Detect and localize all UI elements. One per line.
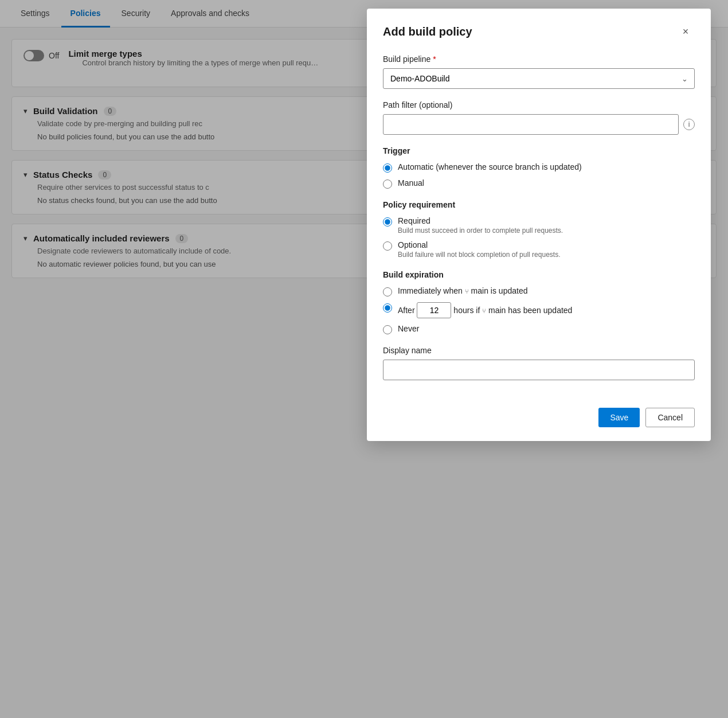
trigger-manual-option: Manual — [383, 178, 695, 189]
policy-optional-radio[interactable] — [383, 241, 392, 251]
policy-required-label[interactable]: Required — [398, 216, 563, 225]
dialog-title: Add build policy — [383, 25, 472, 38]
close-button[interactable]: × — [676, 22, 695, 41]
hours-input[interactable] — [417, 302, 451, 318]
path-filter-input-row: i — [383, 114, 695, 135]
expiration-after-option: After hours if ⑂ main has been updated — [383, 302, 695, 318]
expiration-immediately-label[interactable]: Immediately when ⑂ main is updated — [398, 286, 527, 295]
info-icon: i — [683, 119, 695, 130]
expiration-after-label[interactable]: After hours if ⑂ main has been updated — [398, 302, 572, 318]
branch-icon-1: ⑂ — [465, 288, 469, 295]
trigger-automatic-radio[interactable] — [383, 163, 392, 173]
branch-icon-2: ⑂ — [482, 307, 486, 314]
dialog-header: Add build policy × — [383, 22, 695, 41]
trigger-automatic-label[interactable]: Automatic (whenever the source branch is… — [398, 162, 582, 171]
policy-optional-label[interactable]: Optional — [398, 240, 560, 249]
trigger-automatic-option: Automatic (whenever the source branch is… — [383, 162, 695, 173]
expiration-never-label[interactable]: Never — [398, 324, 419, 333]
policy-optional-desc: Build failure will not block completion … — [398, 251, 560, 259]
cancel-button[interactable]: Cancel — [645, 408, 695, 427]
display-name-group: Display name — [383, 346, 695, 380]
build-pipeline-label: Build pipeline * — [383, 54, 695, 64]
trigger-manual-radio[interactable] — [383, 180, 392, 189]
path-filter-group: Path filter (optional) i — [383, 100, 695, 135]
trigger-manual-label[interactable]: Manual — [398, 178, 424, 188]
policy-req-radio-group: Required Build must succeed in order to … — [383, 216, 695, 259]
trigger-label: Trigger — [383, 146, 695, 155]
display-name-input[interactable] — [383, 360, 695, 380]
display-name-label: Display name — [383, 346, 695, 355]
policy-req-group: Policy requirement Required Build must s… — [383, 200, 695, 259]
dialog-footer: Save Cancel — [383, 399, 695, 427]
policy-optional-option: Optional Build failure will not block co… — [383, 240, 695, 259]
add-build-policy-dialog: Add build policy × Build pipeline * Demo… — [367, 9, 711, 441]
build-pipeline-select[interactable]: Demo-ADOBuild — [383, 68, 695, 89]
expiration-never-radio[interactable] — [383, 325, 392, 334]
expiration-after-radio[interactable] — [383, 303, 392, 313]
policy-req-label: Policy requirement — [383, 200, 695, 209]
build-expiration-radio-group: Immediately when ⑂ main is updated After… — [383, 286, 695, 334]
expiration-immediately-option: Immediately when ⑂ main is updated — [383, 286, 695, 296]
policy-required-option: Required Build must succeed in order to … — [383, 216, 695, 235]
path-filter-input[interactable] — [383, 114, 679, 135]
required-marker: * — [433, 54, 436, 64]
expiration-immediately-radio[interactable] — [383, 287, 392, 296]
trigger-group: Trigger Automatic (whenever the source b… — [383, 146, 695, 189]
build-expiration-label: Build expiration — [383, 270, 695, 279]
build-expiration-group: Build expiration Immediately when ⑂ main… — [383, 270, 695, 334]
policy-required-radio[interactable] — [383, 217, 392, 227]
policy-required-desc: Build must succeed in order to complete … — [398, 227, 563, 235]
expiration-never-option: Never — [383, 324, 695, 334]
path-filter-label: Path filter (optional) — [383, 100, 695, 110]
save-button[interactable]: Save — [598, 408, 640, 427]
trigger-radio-group: Automatic (whenever the source branch is… — [383, 162, 695, 189]
build-pipeline-select-wrapper: Demo-ADOBuild ⌄ — [383, 68, 695, 89]
build-pipeline-group: Build pipeline * Demo-ADOBuild ⌄ — [383, 54, 695, 89]
